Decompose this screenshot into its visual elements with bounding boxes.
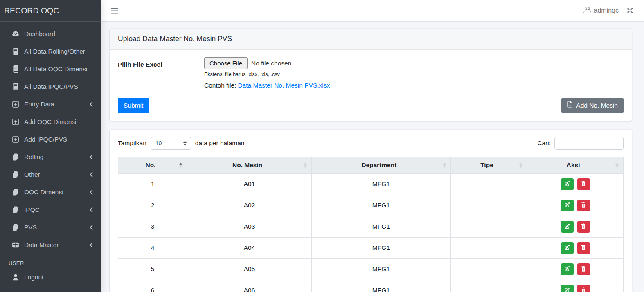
chevron-left-icon xyxy=(90,207,93,212)
table-icon xyxy=(11,241,20,249)
delete-button[interactable] xyxy=(577,178,590,190)
pencil-square-icon xyxy=(564,202,570,209)
chevron-left-icon xyxy=(90,172,93,177)
pencil-square-icon xyxy=(564,223,570,230)
sidebar-item-add-ipqc-pvs[interactable]: Add IPQC/PVS xyxy=(0,130,101,148)
edit-button[interactable] xyxy=(561,200,574,211)
edit-button[interactable] xyxy=(561,263,574,275)
column-header-tipe[interactable]: Tipe xyxy=(450,157,527,173)
delete-button[interactable] xyxy=(577,242,590,254)
user-menu[interactable]: adminqc xyxy=(583,7,619,15)
example-file-link[interactable]: Data Master No. Mesin PVS.xlsx xyxy=(238,82,330,89)
sidebar-item-pvs[interactable]: PVS xyxy=(0,218,101,236)
column-header-aksi[interactable]: Aksi xyxy=(527,157,624,173)
data-table: No.No. MesinDepartmentTipeAksi 1 A01 MFG… xyxy=(118,157,624,292)
cell-no: 3 xyxy=(118,216,187,237)
sidebar-item-label: IPQC xyxy=(24,206,86,213)
sidebar-item-label: All Data Rolling/Other xyxy=(24,48,93,55)
column-label: Aksi xyxy=(567,162,580,168)
sidebar-item-dashboard[interactable]: Dashboard xyxy=(0,25,101,43)
edit-button[interactable] xyxy=(561,242,574,254)
column-header-no-mesin[interactable]: No. Mesin xyxy=(187,157,312,173)
cell-aksi xyxy=(527,258,624,280)
chevron-left-icon xyxy=(90,225,93,230)
sidebar-item-all-data-oqc-dimensi[interactable]: All Data OQC Dimensi xyxy=(0,60,101,78)
chevron-left-icon xyxy=(90,102,93,107)
sidebar-item-all-data-rolling-other[interactable]: All Data Rolling/Other xyxy=(0,43,101,60)
plus-square-icon xyxy=(11,136,20,143)
sidebar-item-label: Other xyxy=(24,171,86,178)
cell-tipe xyxy=(450,173,527,195)
sidebar-item-ipqc[interactable]: IPQC xyxy=(0,201,101,218)
column-header-no[interactable]: No. xyxy=(118,157,187,173)
file-field: Choose File No file chosen Ekstensi file… xyxy=(204,57,330,89)
sidebar-section-user: USER xyxy=(0,254,101,268)
sidebar-item-logout[interactable]: Logout xyxy=(0,268,101,286)
cell-no-mesin: A02 xyxy=(187,195,312,216)
cell-department: MFG1 xyxy=(311,258,450,280)
edit-button[interactable] xyxy=(561,285,574,292)
file-input[interactable]: Choose File No file chosen xyxy=(204,57,330,69)
sidebar-item-add-oqc-dimensi[interactable]: Add OQC Dimensi xyxy=(0,113,101,130)
cell-aksi xyxy=(527,237,624,258)
pencil-square-icon xyxy=(564,181,570,188)
choose-file-button[interactable]: Choose File xyxy=(204,57,248,69)
cell-tipe xyxy=(450,195,527,216)
sidebar-item-label: All Data OQC Dimensi xyxy=(24,65,93,73)
length-prefix-label: Tampilkan xyxy=(118,139,146,147)
menu-toggle-icon[interactable] xyxy=(111,8,118,14)
delete-button[interactable] xyxy=(577,263,590,275)
delete-button[interactable] xyxy=(577,200,590,211)
pencil-square-icon xyxy=(564,287,570,292)
edit-button[interactable] xyxy=(561,221,574,233)
sidebar-item-oqc-dimensi[interactable]: OQC Dimensi xyxy=(0,183,101,201)
edit-button[interactable] xyxy=(561,178,574,190)
sidebar-item-entry-data[interactable]: Entry Data xyxy=(0,95,101,113)
sidebar-item-other[interactable]: Other xyxy=(0,166,101,183)
cell-department: MFG1 xyxy=(311,173,450,195)
cell-no-mesin: A06 xyxy=(187,280,312,292)
cell-no-mesin: A05 xyxy=(187,258,312,280)
length-suffix-label: data per halaman xyxy=(195,139,245,147)
book-icon xyxy=(11,48,20,55)
topbar-right: adminqc xyxy=(583,7,633,15)
add-no-mesin-button[interactable]: Add No. Mesin xyxy=(561,98,624,113)
search-input[interactable] xyxy=(554,137,624,150)
sidebar-item-rolling[interactable]: Rolling xyxy=(0,148,101,166)
cell-no: 2 xyxy=(118,195,187,216)
sidebar-item-data-master[interactable]: Data Master xyxy=(0,236,101,254)
sidebar-item-label: All Data IPQC/PVS xyxy=(24,83,93,90)
column-header-department[interactable]: Department xyxy=(311,157,450,173)
chevron-left-icon xyxy=(90,190,93,195)
delete-button[interactable] xyxy=(577,285,590,292)
sidebar-item-label: Logout xyxy=(24,274,93,281)
app-root: RECORD OQC Dashboard All Data Rolling/Ot… xyxy=(0,0,644,292)
pencil-square-icon xyxy=(564,245,570,252)
book-icon xyxy=(11,65,20,73)
table-row: 3 A03 MFG1 xyxy=(118,216,624,237)
table-row: 1 A01 MFG1 xyxy=(118,173,624,195)
sidebar-item-all-data-ipqc-pvs[interactable]: All Data IPQC/PVS xyxy=(0,78,101,95)
main-area: adminqc Upload Data Master No. Mesin PVS… xyxy=(101,0,644,292)
cell-no: 4 xyxy=(118,237,187,258)
page-length-control: Tampilkan 10 data per halaman xyxy=(118,137,244,150)
cell-no-mesin: A03 xyxy=(187,216,312,237)
delete-button[interactable] xyxy=(577,221,590,233)
trash-icon xyxy=(581,245,586,252)
pencil-square-icon xyxy=(564,266,570,273)
brand-title[interactable]: RECORD OQC xyxy=(0,0,101,22)
cell-no-mesin: A04 xyxy=(187,237,312,258)
submit-button[interactable]: Submit xyxy=(118,98,149,113)
sidebar-item-label: Add OQC Dimensi xyxy=(24,118,93,126)
plus-square-icon xyxy=(11,118,20,126)
sidebar-item-label: PVS xyxy=(24,224,86,231)
column-label: No. Mesin xyxy=(232,162,262,168)
table-card-body: Tampilkan 10 data per halaman Cari: xyxy=(110,130,632,292)
sort-icon xyxy=(615,163,619,168)
tachometer-icon xyxy=(11,30,20,38)
fullscreen-icon[interactable] xyxy=(627,7,633,14)
page-size-select[interactable]: 10 xyxy=(151,137,191,150)
page-size-value: 10 xyxy=(155,140,162,146)
copy-icon xyxy=(11,171,20,178)
trash-icon xyxy=(581,202,586,209)
